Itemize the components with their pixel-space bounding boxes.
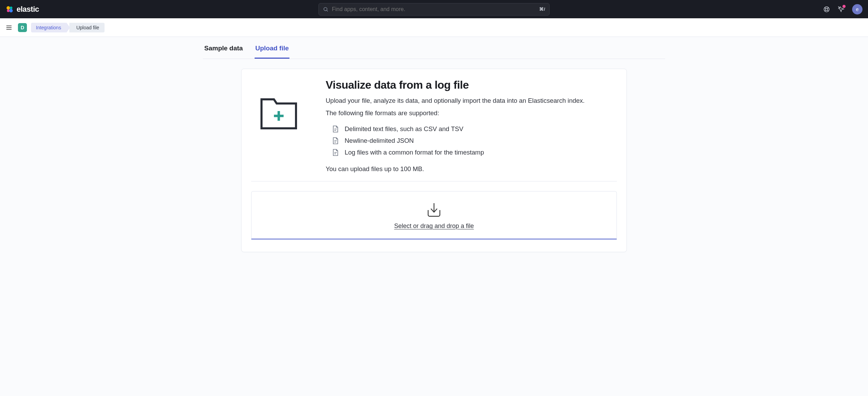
svg-point-3: [9, 9, 13, 12]
space-badge[interactable]: D: [18, 23, 27, 32]
svg-line-5: [327, 10, 328, 11]
divider: [251, 181, 617, 181]
upload-card: Visualize data from a log file Upload yo…: [241, 69, 627, 252]
file-dropzone[interactable]: Select or drag and drop a file: [251, 191, 617, 239]
svg-point-2: [7, 9, 10, 12]
upload-limit: You can upload files up to 100 MB.: [326, 165, 585, 173]
document-icon: [333, 149, 338, 156]
nav-menu-button[interactable]: [4, 23, 14, 32]
breadcrumb-current: Upload file: [69, 23, 105, 32]
chevron-right-icon: [67, 23, 70, 32]
svg-point-7: [826, 8, 828, 10]
dropzone-label[interactable]: Select or drag and drop a file: [394, 222, 474, 229]
notification-dot: [842, 5, 846, 8]
breadcrumb: Integrations Upload file: [31, 23, 105, 32]
format-item: Log files with a common format for the t…: [326, 147, 585, 158]
search-icon: [323, 7, 328, 12]
document-icon: [333, 126, 338, 132]
page-lead: Upload your file, analyze its data, and …: [326, 97, 585, 105]
folder-add-icon: [251, 79, 306, 173]
brand-name: elastic: [17, 5, 39, 14]
search-input[interactable]: [332, 6, 536, 12]
svg-line-13: [838, 8, 839, 9]
format-item: Newline-delimited JSON: [326, 135, 585, 147]
search-shortcut: ⌘/: [539, 7, 545, 12]
breadcrumb-integrations[interactable]: Integrations: [31, 23, 67, 32]
svg-point-1: [10, 7, 12, 9]
formats-list: Delimited text files, such as CSV and TS…: [326, 123, 585, 158]
format-label: Delimited text files, such as CSV and TS…: [345, 125, 463, 133]
svg-point-4: [324, 7, 327, 10]
tab-upload-file[interactable]: Upload file: [255, 38, 289, 59]
tabs: Sample data Upload file: [203, 38, 665, 59]
global-header: elastic ⌘/: [0, 0, 868, 18]
formats-intro: The following file formats are supported…: [326, 109, 585, 117]
global-search[interactable]: ⌘/: [318, 3, 550, 16]
user-avatar[interactable]: e: [852, 4, 862, 14]
format-item: Delimited text files, such as CSV and TS…: [326, 123, 585, 135]
document-icon: [333, 137, 338, 144]
format-label: Log files with a common format for the t…: [345, 149, 484, 156]
tab-sample-data[interactable]: Sample data: [204, 38, 244, 59]
news-icon[interactable]: [838, 6, 845, 13]
breadcrumb-bar: D Integrations Upload file: [0, 18, 868, 37]
format-label: Newline-delimited JSON: [345, 137, 414, 145]
page-title: Visualize data from a log file: [326, 79, 585, 91]
import-icon: [258, 202, 610, 217]
elastic-logo-icon: [6, 5, 14, 13]
help-icon[interactable]: [823, 6, 830, 13]
brand-logo[interactable]: elastic: [6, 5, 39, 14]
svg-point-0: [7, 6, 10, 10]
